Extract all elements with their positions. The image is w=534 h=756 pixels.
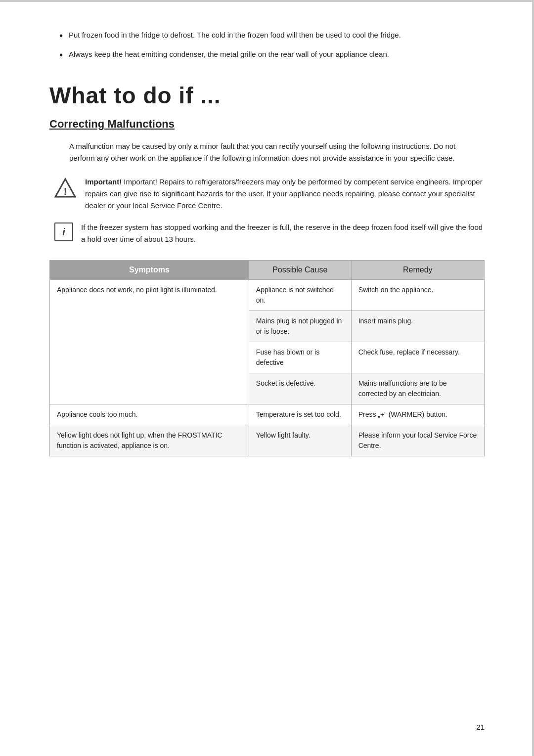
bullet-text-1: Put frozen food in the fridge to defrost…	[69, 30, 485, 41]
symptoms-cell-2: Appliance cools too much.	[50, 404, 249, 425]
right-border	[532, 0, 534, 756]
warning-text: Important! Important! Repairs to refrige…	[85, 176, 485, 212]
remedy-cell: Insert mains plug.	[351, 311, 484, 342]
malfunction-table: Symptoms Possible Cause Remedy Appliance…	[49, 260, 485, 456]
list-item: • Always keep the heat emitting condense…	[59, 49, 485, 62]
top-border	[0, 0, 534, 2]
info-block: i If the freezer system has stopped work…	[49, 222, 485, 245]
bullet-icon: •	[59, 28, 63, 43]
remedy-cell: Check fuse, replace if necessary.	[351, 342, 484, 373]
table-row: Appliance cools too much. Temperature is…	[50, 404, 485, 425]
info-icon: i	[54, 222, 73, 241]
warning-block: ! Important! Important! Repairs to refri…	[49, 176, 485, 212]
list-item: • Put frozen food in the fridge to defro…	[59, 30, 485, 43]
table-header-cause: Possible Cause	[249, 261, 351, 280]
cause-cell: Mains plug is not plugged in or is loose…	[249, 311, 351, 342]
svg-text:!: !	[64, 186, 67, 197]
remedy-cell: Please inform your local Service Force C…	[351, 425, 484, 456]
section-title: Correcting Malfunctions	[49, 118, 485, 131]
page-container: • Put frozen food in the fridge to defro…	[0, 0, 534, 756]
bullet-text-2: Always keep the heat emitting condenser,…	[69, 49, 485, 60]
cause-cell: Fuse has blown or is defective	[249, 342, 351, 373]
table-row: Yellow light does not light up, when the…	[50, 425, 485, 456]
table-header-symptoms: Symptoms	[50, 261, 249, 280]
bullet-section: • Put frozen food in the fridge to defro…	[49, 30, 485, 62]
cause-cell: Socket is defective.	[249, 373, 351, 404]
table-header-remedy: Remedy	[351, 261, 484, 280]
warning-label: Important!	[85, 178, 122, 186]
remedy-cell: Press „+“ (WARMER) button.	[351, 404, 484, 425]
remedy-cell: Switch on the appliance.	[351, 280, 484, 311]
table-row: Appliance does not work, no pilot light …	[50, 280, 485, 311]
description-text: A malfunction may be caused by only a mi…	[49, 140, 485, 164]
cause-cell: Temperature is set too cold.	[249, 404, 351, 425]
main-title: What to do if ...	[49, 82, 485, 109]
page-number: 21	[476, 723, 485, 731]
info-text: If the freezer system has stopped workin…	[81, 222, 485, 245]
symptoms-cell-3: Yellow light does not light up, when the…	[50, 425, 249, 456]
symptoms-cell-1: Appliance does not work, no pilot light …	[50, 280, 249, 404]
remedy-cell: Mains malfunctions are to be corrected b…	[351, 373, 484, 404]
cause-cell: Yellow light faulty.	[249, 425, 351, 456]
bullet-icon: •	[59, 47, 63, 62]
warning-icon: !	[54, 177, 77, 200]
cause-cell: Appliance is not switched on.	[249, 280, 351, 311]
